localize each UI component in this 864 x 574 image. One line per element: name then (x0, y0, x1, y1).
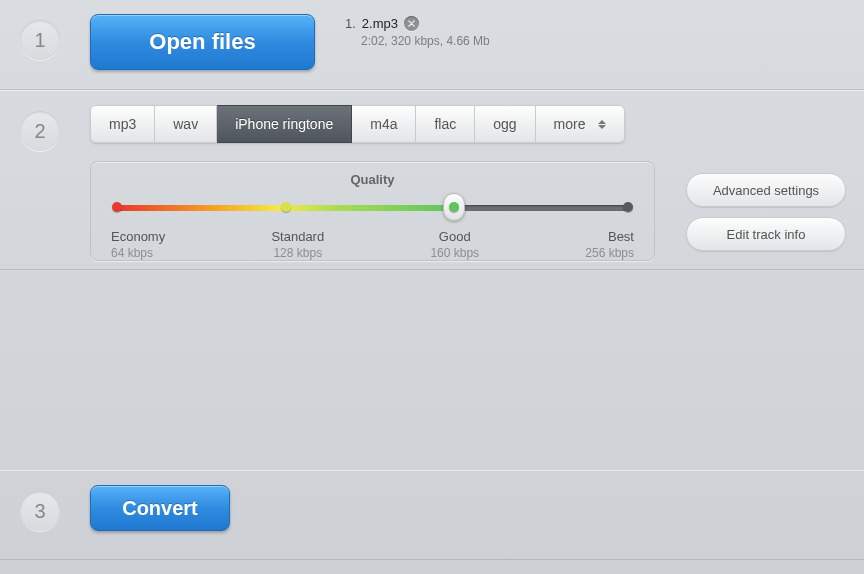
quality-label: Good160 kbps (430, 229, 479, 260)
quality-stop-dot (281, 202, 291, 212)
quality-stop-dot (112, 202, 122, 212)
format-tab-mp3[interactable]: mp3 (90, 105, 155, 143)
format-tabs: mp3waviPhone ringtonem4aflacoggmore (90, 105, 625, 143)
advanced-settings-button[interactable]: Advanced settings (686, 173, 846, 207)
open-files-button[interactable]: Open files (90, 14, 315, 70)
more-chevron-icon (598, 120, 606, 129)
quality-label: Economy64 kbps (111, 229, 165, 260)
file-info: 1. 2.mp3 2:02, 320 kbps, 4.66 Mb (345, 16, 490, 48)
edit-track-info-button[interactable]: Edit track info (686, 217, 846, 251)
format-tab-more[interactable]: more (536, 105, 625, 143)
file-index: 1. (345, 16, 356, 31)
file-name: 2.mp3 (362, 16, 398, 31)
side-buttons: Advanced settings Edit track info (686, 173, 846, 251)
format-tab-iphone-ringtone[interactable]: iPhone ringtone (217, 105, 352, 143)
format-tab-m4a[interactable]: m4a (352, 105, 416, 143)
remove-file-icon[interactable] (404, 16, 419, 31)
quality-slider[interactable] (117, 197, 628, 219)
format-tab-wav[interactable]: wav (155, 105, 217, 143)
file-meta: 2:02, 320 kbps, 4.66 Mb (361, 34, 490, 48)
step-1-section: 1 Open files 1. 2.mp3 2:02, 320 kbps, 4.… (0, 0, 864, 90)
step-3-section: 3 Convert (0, 470, 864, 560)
format-tab-ogg[interactable]: ogg (475, 105, 535, 143)
step-2-section: 2 mp3waviPhone ringtonem4aflacoggmore Qu… (0, 90, 864, 270)
step-2-badge: 2 (20, 111, 60, 151)
quality-labels: Economy64 kbpsStandard128 kbpsGood160 kb… (111, 229, 634, 260)
quality-title: Quality (111, 172, 634, 187)
quality-label: Standard128 kbps (271, 229, 324, 260)
quality-stop-dot (623, 202, 633, 212)
convert-button[interactable]: Convert (90, 485, 230, 531)
quality-panel: Quality Economy64 kbpsStandard128 kbpsGo… (90, 161, 655, 261)
format-tab-flac[interactable]: flac (416, 105, 475, 143)
quality-label: Best256 kbps (585, 229, 634, 260)
step-1-badge: 1 (20, 20, 60, 60)
step-3-badge: 3 (20, 491, 60, 531)
